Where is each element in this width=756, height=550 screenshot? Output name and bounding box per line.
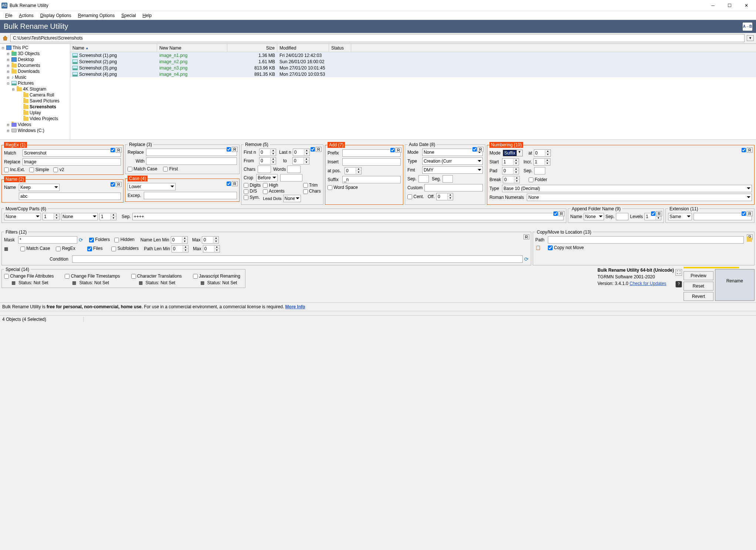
tree-item-pictures[interactable]: Pictures xyxy=(18,81,34,86)
menu-file[interactable]: File xyxy=(2,12,15,19)
filters-condition[interactable] xyxy=(72,255,523,263)
remove-sym[interactable]: Sym. xyxy=(244,195,261,200)
filters-regex[interactable]: RegEx xyxy=(56,246,75,251)
append-sep[interactable] xyxy=(616,213,628,220)
replace-first[interactable]: First xyxy=(163,166,178,172)
tree-item-3dobjects[interactable]: 3D Objects xyxy=(18,51,40,56)
remove-chars2[interactable]: Chars xyxy=(303,189,321,194)
move-sep-input[interactable] xyxy=(132,213,564,220)
numbering-enabled[interactable] xyxy=(742,148,746,152)
refresh-icon[interactable]: ⟳ xyxy=(79,237,83,243)
crop-select[interactable]: Before xyxy=(256,174,278,181)
col-size[interactable]: Size xyxy=(227,44,277,52)
remove-accents[interactable]: Accents xyxy=(263,189,301,194)
numbering-folder[interactable]: Folder xyxy=(529,177,547,182)
remove-trim[interactable]: Trim xyxy=(303,183,321,188)
tree-item-documents[interactable]: Documents xyxy=(18,63,40,68)
numbering-start[interactable]: ▲▼ xyxy=(502,158,519,166)
file-row[interactable]: Screenshot (4).pngimage_n4.png891.35 KBM… xyxy=(70,71,756,77)
ext-mode[interactable]: Same xyxy=(668,213,692,220)
numbering-mode-select[interactable]: Suffix▼ xyxy=(503,150,523,156)
autodate-cent[interactable]: Cent. xyxy=(407,194,424,199)
crop-input[interactable] xyxy=(280,174,302,181)
folder-tree[interactable]: ⊟This PC ⊞3D Objects ⊞Desktop ⊞Documents… xyxy=(0,44,70,139)
to-spinner[interactable]: ▲▼ xyxy=(292,157,309,164)
numbering-reset[interactable]: R xyxy=(747,147,753,153)
filters-subfolders[interactable]: Subfolders xyxy=(111,246,139,251)
help-icon[interactable]: ? xyxy=(675,281,682,288)
from-spinner[interactable]: ▲▼ xyxy=(259,157,276,164)
words-input[interactable] xyxy=(287,166,301,173)
numbering-roman[interactable]: None xyxy=(527,194,752,201)
add-wordspace[interactable]: Word Space xyxy=(328,185,401,190)
tree-item-uplay[interactable]: Uplay xyxy=(30,110,41,115)
copymove-cnm[interactable]: Copy not Move xyxy=(548,245,584,250)
date-icon[interactable]: ▦ xyxy=(72,280,76,285)
move-n1[interactable]: ▲▼ xyxy=(43,213,60,220)
filters-nlm[interactable]: ▲▼ xyxy=(171,236,188,244)
move-n2[interactable]: ▲▼ xyxy=(99,213,116,220)
special-jr[interactable]: Javascript Renaming xyxy=(193,274,240,279)
rename-button[interactable]: Rename xyxy=(715,269,755,301)
attr-icon[interactable]: ▦ xyxy=(11,280,16,285)
name-enabled[interactable] xyxy=(111,182,115,187)
icon-box-1[interactable]: ⛶ xyxy=(675,269,682,276)
regex-match-input[interactable] xyxy=(23,149,121,157)
close-button[interactable]: ✕ xyxy=(738,0,755,11)
check-updates-link[interactable]: Check for Updates xyxy=(630,281,666,286)
special-ct[interactable]: Character Translations xyxy=(131,274,182,279)
name-mode[interactable]: Keep xyxy=(19,184,60,191)
file-row[interactable]: Screenshot (3).pngimage_n3.png813.96 KBM… xyxy=(70,65,756,71)
numbering-type[interactable]: Base 10 (Decimal) xyxy=(502,185,752,192)
tree-item-desktop[interactable]: Desktop xyxy=(18,57,34,62)
leaddots-select[interactable]: None xyxy=(283,195,301,202)
replace-enabled[interactable] xyxy=(227,147,231,152)
col-newname[interactable]: New Name xyxy=(157,44,227,52)
filters-hidden[interactable]: Hidden xyxy=(114,237,134,242)
regex-replace-input[interactable] xyxy=(23,158,121,166)
path-input[interactable]: C:\Users\Test\Pictures\Screenshots xyxy=(10,34,745,42)
autodate-sep[interactable] xyxy=(418,175,429,183)
tree-item-downloads[interactable]: Downloads xyxy=(18,69,40,74)
insert-input[interactable] xyxy=(342,158,401,166)
filters-plm[interactable]: ▲▼ xyxy=(172,245,189,252)
col-status[interactable]: Status xyxy=(329,44,351,52)
menu-actions[interactable]: Actions xyxy=(16,12,36,19)
copymove-path[interactable] xyxy=(548,236,744,244)
col-modified[interactable]: Modified xyxy=(277,44,329,52)
name-reset[interactable]: R xyxy=(116,182,122,187)
atpos-spinner[interactable]: ▲▼ xyxy=(345,167,362,174)
case-reset[interactable]: R xyxy=(232,181,238,186)
tree-item-drivec[interactable]: Windows (C:) xyxy=(18,128,44,133)
browse-folder-icon[interactable] xyxy=(747,238,752,242)
replace-matchcase[interactable]: Match Case xyxy=(128,166,157,172)
menu-help[interactable]: Help xyxy=(140,12,155,19)
move-reset[interactable]: R xyxy=(559,211,565,216)
filters-folders[interactable]: Folders xyxy=(89,237,110,242)
clipboard-icon[interactable]: 📋 xyxy=(535,245,543,250)
regex-reset[interactable]: R xyxy=(116,147,122,153)
autodate-seg[interactable] xyxy=(443,175,453,183)
with-input[interactable] xyxy=(146,157,237,165)
move-select2[interactable]: None xyxy=(61,213,98,220)
replace-reset[interactable]: R xyxy=(232,147,238,152)
filters-mask[interactable] xyxy=(18,236,77,244)
trans-icon[interactable]: ▦ xyxy=(139,280,143,285)
append-mode[interactable]: None xyxy=(584,213,604,220)
menu-renaming[interactable]: Renaming Options xyxy=(75,12,118,19)
maximize-button[interactable]: ☐ xyxy=(721,0,738,11)
remove-ds[interactable]: D/S xyxy=(244,189,261,194)
file-row[interactable]: Screenshot (1).pngimage_n1.png1.36 MBFri… xyxy=(70,52,756,58)
filters-reset[interactable]: R xyxy=(523,234,529,240)
append-reset[interactable]: R xyxy=(656,211,662,216)
filters-matchcase[interactable]: Match Case xyxy=(20,246,50,251)
ext-reset[interactable]: R xyxy=(747,211,753,216)
autodate-off[interactable]: ▲▼ xyxy=(436,193,453,200)
tree-item-screenshots[interactable]: Screenshots xyxy=(30,104,56,109)
move-enabled[interactable] xyxy=(553,211,558,216)
suffix-input[interactable] xyxy=(342,176,401,183)
home-icon[interactable] xyxy=(2,35,8,41)
autodate-reset[interactable]: R xyxy=(478,147,484,152)
preview-button[interactable]: Preview xyxy=(684,271,713,280)
reset-button[interactable]: Reset xyxy=(684,282,713,291)
